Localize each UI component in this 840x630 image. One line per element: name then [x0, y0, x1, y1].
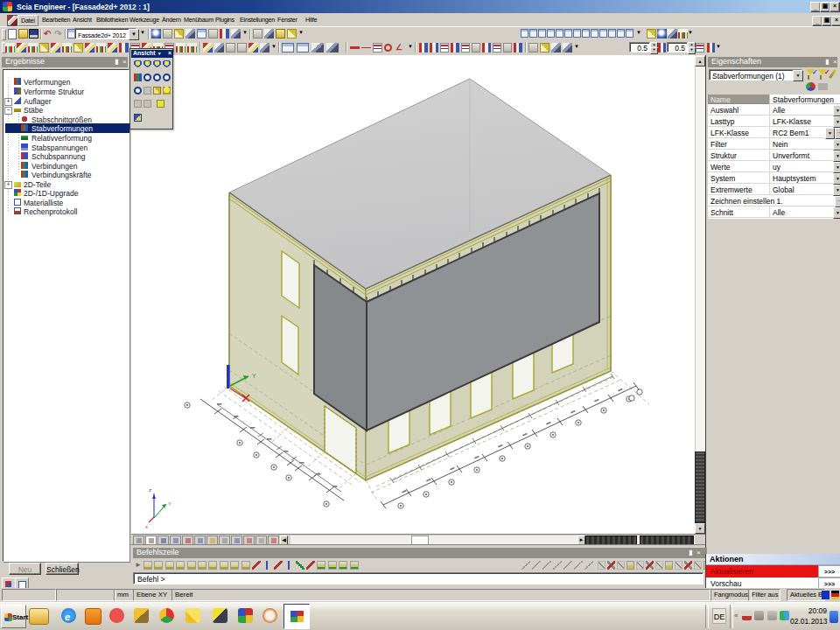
svg-text:Y: Y: [252, 373, 256, 379]
svg-text:x: x: [145, 524, 148, 529]
svg-text:z: z: [149, 487, 151, 493]
svg-text:Y: Y: [168, 501, 172, 507]
